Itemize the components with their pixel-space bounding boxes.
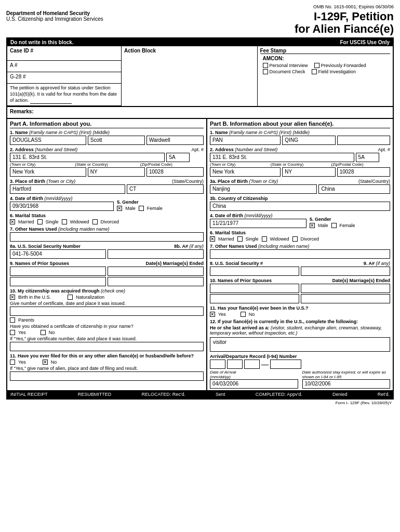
- partB-street[interactable]: 131 E. 83rd St.: [210, 153, 354, 162]
- partB-dob[interactable]: 11/21/1977: [210, 219, 306, 228]
- previously-forwarded-checkbox[interactable]: [314, 63, 319, 68]
- partB-married-checkbox[interactable]: [210, 236, 215, 242]
- partB-i94-box1[interactable]: [210, 360, 225, 369]
- partB-town[interactable]: New York: [210, 167, 281, 177]
- partB-i94-box3[interactable]: [244, 360, 260, 369]
- partB-zip[interactable]: 10028: [337, 167, 390, 177]
- a-hash-row: A #: [7, 61, 121, 72]
- personal-interview-checkbox[interactable]: [263, 63, 268, 68]
- partA-filed-no-checkbox[interactable]: [43, 360, 48, 365]
- partB-ssn-group: 8. U.S. Social Security # 9. A# (if any): [210, 261, 390, 276]
- partA-first-name[interactable]: Scott: [88, 136, 145, 145]
- partB-currently-group: 12. If your fiancé(e) is currently in th…: [210, 319, 390, 352]
- partB-female-checkbox[interactable]: [331, 223, 337, 228]
- partA-middle-name[interactable]: Wardwell: [146, 136, 204, 145]
- partB-prior-marriage-2[interactable]: [301, 294, 390, 303]
- partA-a-hash[interactable]: [108, 249, 204, 259]
- partA-gender-row: Male Female: [117, 206, 204, 211]
- partB-i94-box4[interactable]: [270, 360, 301, 369]
- partB-marital-group: 6. Marital Status Married Single Widowed…: [210, 230, 390, 242]
- partB-prior-spouse-1[interactable]: [210, 284, 299, 293]
- partA-other-names[interactable]: [10, 232, 204, 242]
- partA-street[interactable]: 131 E. 83rd St.: [10, 153, 165, 162]
- partA-cert-no-checkbox[interactable]: [41, 330, 46, 335]
- partB-a-hash[interactable]: [301, 267, 390, 276]
- document-check-row: Document Check Field Investigation: [263, 69, 388, 74]
- partA-ssn[interactable]: 041-76-5004: [10, 249, 106, 259]
- partB-middle-name[interactable]: [337, 136, 390, 145]
- document-check-checkbox[interactable]: [263, 69, 268, 74]
- partB-i94-box2[interactable]: [227, 360, 243, 369]
- partA-dob[interactable]: 09/30/1968: [10, 202, 114, 211]
- partB-country-group: 3b. Country of Citizenship China: [210, 196, 390, 211]
- partB-arrival-date[interactable]: 04/03/2006: [210, 379, 298, 389]
- partA-cert-yes-checkbox[interactable]: [10, 330, 15, 335]
- partA-name-label: 1. Name (Family name in CAPS) (First) (M…: [10, 130, 204, 135]
- header-left: Department of Homeland Security U.S. Cit…: [6, 10, 103, 22]
- partB-expire-date[interactable]: 10/02/2006: [302, 379, 391, 389]
- partB-apt[interactable]: 5A: [356, 153, 379, 162]
- partB-prior-spouse-2[interactable]: [210, 294, 299, 303]
- partB-birth-town[interactable]: Nanjing: [210, 184, 317, 194]
- partA-name-group: 1. Name (Family name in CAPS) (First) (M…: [10, 130, 204, 145]
- partA-cert-field[interactable]: [10, 307, 204, 316]
- partB-first-name[interactable]: QING: [282, 136, 335, 145]
- partA-divorced-checkbox[interactable]: [92, 219, 98, 224]
- partA-widowed-checkbox[interactable]: [62, 219, 67, 224]
- partA-filed-group: 11. Have you ever filed for this or any …: [10, 353, 204, 381]
- partB-marital-row: Married Single Widowed Divorced: [210, 236, 390, 242]
- partB-gender-row: Male Female: [310, 223, 390, 228]
- form-title: I-129F, Petition for Alien Fiancé(e): [295, 10, 394, 35]
- partB-widowed-checkbox[interactable]: [262, 236, 267, 242]
- case-id-label: Case ID #: [10, 48, 33, 54]
- partB-male-checkbox[interactable]: [310, 223, 315, 228]
- partA-state[interactable]: NY: [88, 167, 145, 177]
- partB-fiance-no-checkbox[interactable]: [241, 312, 246, 317]
- partA-cert-field-2[interactable]: [10, 342, 204, 351]
- partA-birth-town[interactable]: Hartford: [10, 184, 125, 194]
- partB-prior-marriage-1[interactable]: [301, 284, 390, 293]
- partA-naturalization-checkbox[interactable]: [68, 295, 73, 300]
- part-a-header: Part A. Information about you.: [10, 121, 204, 128]
- partA-prior-spouse-2[interactable]: [10, 277, 106, 286]
- partB-family-name[interactable]: PAN: [210, 136, 281, 145]
- partA-family-name[interactable]: DOUGLASS: [10, 136, 86, 145]
- partA-birth-group: 3. Place of Birth (Town or City) (State/…: [10, 179, 204, 194]
- partA-parents-checkbox[interactable]: [10, 317, 15, 323]
- partA-zip[interactable]: 10028: [146, 167, 204, 177]
- do-not-write-bar: Do not write in this block. For USCIS Us…: [7, 38, 393, 46]
- partA-town[interactable]: New York: [10, 167, 86, 177]
- partB-ssn[interactable]: [210, 267, 299, 276]
- field-investigation-checkbox[interactable]: [312, 69, 317, 74]
- partB-single-checkbox[interactable]: [237, 236, 243, 242]
- g28-label: G-28 #: [10, 74, 26, 79]
- partA-ssn-group: 8a. U.S. Social Security Number 8b. A# (…: [10, 244, 204, 259]
- partB-country[interactable]: China: [210, 202, 390, 211]
- remarks-row: Remarks:: [7, 107, 393, 118]
- partB-other-names[interactable]: [210, 249, 390, 259]
- partB-other-names-group: 7. Other Names Used (including maiden na…: [210, 244, 390, 259]
- partB-arrived-as-value[interactable]: visitor: [210, 337, 390, 352]
- partB-i94-section: Arrival/Departure Record (I-94) Number —…: [210, 354, 390, 389]
- partB-fiance-yes-checkbox[interactable]: [210, 312, 215, 317]
- partB-divorced-checkbox[interactable]: [292, 236, 298, 242]
- partA-birth-us-checkbox[interactable]: [10, 295, 15, 300]
- partA-prior-marriage-2[interactable]: [108, 277, 204, 286]
- amcon-label: AMCON:: [263, 56, 388, 61]
- partA-single-checkbox[interactable]: [37, 219, 43, 224]
- partA-married-checkbox[interactable]: [10, 219, 15, 224]
- partA-filed-yes-checkbox[interactable]: [10, 360, 15, 365]
- partA-prior-marriage-1[interactable]: [108, 267, 204, 276]
- partA-prior-spouse-1[interactable]: [10, 267, 106, 276]
- personal-interview-row: Personal Interview Previously Forwarded: [263, 63, 388, 68]
- partA-male-checkbox[interactable]: [117, 206, 122, 211]
- bottom-bar: INITIAL RECEIPT RESUBMITTED RELOCATED: R…: [7, 390, 393, 398]
- partA-female-checkbox[interactable]: [139, 206, 144, 211]
- partA-filed-field[interactable]: [10, 371, 204, 381]
- partA-prior-spouses-group: 9. Names of Prior Spouses Date(s) Marria…: [10, 261, 204, 286]
- partB-birth-state[interactable]: China: [318, 184, 390, 194]
- partB-state[interactable]: NY: [282, 167, 335, 177]
- action-block: Action Block: [122, 46, 258, 106]
- partA-apt[interactable]: 5A: [166, 153, 190, 162]
- partA-birth-state[interactable]: CT: [127, 184, 204, 194]
